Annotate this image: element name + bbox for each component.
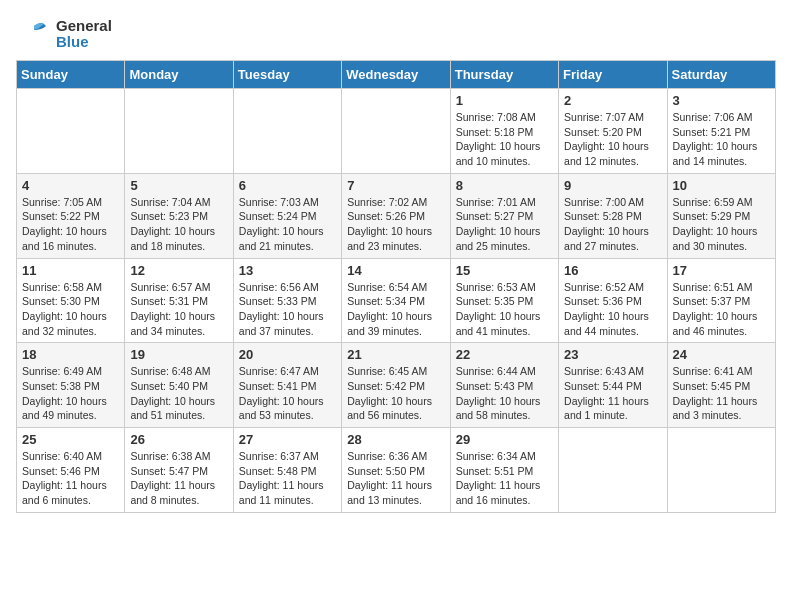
table-row: 14Sunrise: 6:54 AM Sunset: 5:34 PM Dayli… (342, 258, 450, 343)
day-info: Sunrise: 6:54 AM Sunset: 5:34 PM Dayligh… (347, 280, 444, 339)
logo-text: General Blue (56, 18, 112, 51)
table-row: 4Sunrise: 7:05 AM Sunset: 5:22 PM Daylig… (17, 173, 125, 258)
logo-bird-icon (16, 16, 52, 52)
day-number: 8 (456, 178, 553, 193)
day-number: 22 (456, 347, 553, 362)
day-info: Sunrise: 6:44 AM Sunset: 5:43 PM Dayligh… (456, 364, 553, 423)
table-row: 23Sunrise: 6:43 AM Sunset: 5:44 PM Dayli… (559, 343, 667, 428)
day-number: 4 (22, 178, 119, 193)
table-row: 11Sunrise: 6:58 AM Sunset: 5:30 PM Dayli… (17, 258, 125, 343)
table-row: 29Sunrise: 6:34 AM Sunset: 5:51 PM Dayli… (450, 428, 558, 513)
day-info: Sunrise: 6:38 AM Sunset: 5:47 PM Dayligh… (130, 449, 227, 508)
day-info: Sunrise: 6:34 AM Sunset: 5:51 PM Dayligh… (456, 449, 553, 508)
day-number: 11 (22, 263, 119, 278)
table-row: 19Sunrise: 6:48 AM Sunset: 5:40 PM Dayli… (125, 343, 233, 428)
day-of-week-header: Sunday (17, 61, 125, 89)
table-row: 13Sunrise: 6:56 AM Sunset: 5:33 PM Dayli… (233, 258, 341, 343)
day-number: 6 (239, 178, 336, 193)
day-info: Sunrise: 6:45 AM Sunset: 5:42 PM Dayligh… (347, 364, 444, 423)
day-info: Sunrise: 6:51 AM Sunset: 5:37 PM Dayligh… (673, 280, 770, 339)
table-row: 24Sunrise: 6:41 AM Sunset: 5:45 PM Dayli… (667, 343, 775, 428)
day-number: 18 (22, 347, 119, 362)
logo: General Blue (16, 16, 112, 52)
table-row (559, 428, 667, 513)
day-number: 20 (239, 347, 336, 362)
table-row: 5Sunrise: 7:04 AM Sunset: 5:23 PM Daylig… (125, 173, 233, 258)
header: General Blue (16, 16, 776, 52)
table-row: 17Sunrise: 6:51 AM Sunset: 5:37 PM Dayli… (667, 258, 775, 343)
table-row: 1Sunrise: 7:08 AM Sunset: 5:18 PM Daylig… (450, 89, 558, 174)
table-row (17, 89, 125, 174)
day-of-week-header: Saturday (667, 61, 775, 89)
day-info: Sunrise: 6:53 AM Sunset: 5:35 PM Dayligh… (456, 280, 553, 339)
day-number: 12 (130, 263, 227, 278)
day-info: Sunrise: 7:01 AM Sunset: 5:27 PM Dayligh… (456, 195, 553, 254)
table-row (233, 89, 341, 174)
table-row (125, 89, 233, 174)
day-number: 21 (347, 347, 444, 362)
day-of-week-header: Monday (125, 61, 233, 89)
day-info: Sunrise: 7:08 AM Sunset: 5:18 PM Dayligh… (456, 110, 553, 169)
day-info: Sunrise: 6:48 AM Sunset: 5:40 PM Dayligh… (130, 364, 227, 423)
day-info: Sunrise: 7:00 AM Sunset: 5:28 PM Dayligh… (564, 195, 661, 254)
day-number: 29 (456, 432, 553, 447)
day-number: 27 (239, 432, 336, 447)
day-info: Sunrise: 6:47 AM Sunset: 5:41 PM Dayligh… (239, 364, 336, 423)
day-info: Sunrise: 6:59 AM Sunset: 5:29 PM Dayligh… (673, 195, 770, 254)
day-of-week-header: Wednesday (342, 61, 450, 89)
table-row: 2Sunrise: 7:07 AM Sunset: 5:20 PM Daylig… (559, 89, 667, 174)
day-info: Sunrise: 6:49 AM Sunset: 5:38 PM Dayligh… (22, 364, 119, 423)
day-number: 17 (673, 263, 770, 278)
table-row (667, 428, 775, 513)
day-info: Sunrise: 6:37 AM Sunset: 5:48 PM Dayligh… (239, 449, 336, 508)
table-row (342, 89, 450, 174)
table-row: 26Sunrise: 6:38 AM Sunset: 5:47 PM Dayli… (125, 428, 233, 513)
day-info: Sunrise: 7:07 AM Sunset: 5:20 PM Dayligh… (564, 110, 661, 169)
day-of-week-header: Tuesday (233, 61, 341, 89)
table-row: 25Sunrise: 6:40 AM Sunset: 5:46 PM Dayli… (17, 428, 125, 513)
day-number: 24 (673, 347, 770, 362)
day-info: Sunrise: 7:04 AM Sunset: 5:23 PM Dayligh… (130, 195, 227, 254)
day-number: 19 (130, 347, 227, 362)
day-number: 28 (347, 432, 444, 447)
day-number: 5 (130, 178, 227, 193)
day-number: 3 (673, 93, 770, 108)
day-number: 23 (564, 347, 661, 362)
table-row: 6Sunrise: 7:03 AM Sunset: 5:24 PM Daylig… (233, 173, 341, 258)
day-of-week-header: Friday (559, 61, 667, 89)
table-row: 18Sunrise: 6:49 AM Sunset: 5:38 PM Dayli… (17, 343, 125, 428)
table-row: 9Sunrise: 7:00 AM Sunset: 5:28 PM Daylig… (559, 173, 667, 258)
day-info: Sunrise: 6:52 AM Sunset: 5:36 PM Dayligh… (564, 280, 661, 339)
day-number: 2 (564, 93, 661, 108)
calendar: SundayMondayTuesdayWednesdayThursdayFrid… (16, 60, 776, 513)
day-info: Sunrise: 6:57 AM Sunset: 5:31 PM Dayligh… (130, 280, 227, 339)
day-number: 25 (22, 432, 119, 447)
table-row: 22Sunrise: 6:44 AM Sunset: 5:43 PM Dayli… (450, 343, 558, 428)
day-info: Sunrise: 6:41 AM Sunset: 5:45 PM Dayligh… (673, 364, 770, 423)
table-row: 21Sunrise: 6:45 AM Sunset: 5:42 PM Dayli… (342, 343, 450, 428)
day-of-week-header: Thursday (450, 61, 558, 89)
day-info: Sunrise: 7:02 AM Sunset: 5:26 PM Dayligh… (347, 195, 444, 254)
day-info: Sunrise: 6:58 AM Sunset: 5:30 PM Dayligh… (22, 280, 119, 339)
day-number: 14 (347, 263, 444, 278)
table-row: 7Sunrise: 7:02 AM Sunset: 5:26 PM Daylig… (342, 173, 450, 258)
table-row: 15Sunrise: 6:53 AM Sunset: 5:35 PM Dayli… (450, 258, 558, 343)
day-number: 1 (456, 93, 553, 108)
day-number: 26 (130, 432, 227, 447)
day-info: Sunrise: 6:40 AM Sunset: 5:46 PM Dayligh… (22, 449, 119, 508)
day-number: 10 (673, 178, 770, 193)
day-info: Sunrise: 7:06 AM Sunset: 5:21 PM Dayligh… (673, 110, 770, 169)
day-number: 7 (347, 178, 444, 193)
table-row: 10Sunrise: 6:59 AM Sunset: 5:29 PM Dayli… (667, 173, 775, 258)
table-row: 12Sunrise: 6:57 AM Sunset: 5:31 PM Dayli… (125, 258, 233, 343)
day-number: 16 (564, 263, 661, 278)
day-info: Sunrise: 7:03 AM Sunset: 5:24 PM Dayligh… (239, 195, 336, 254)
day-number: 13 (239, 263, 336, 278)
table-row: 8Sunrise: 7:01 AM Sunset: 5:27 PM Daylig… (450, 173, 558, 258)
table-row: 27Sunrise: 6:37 AM Sunset: 5:48 PM Dayli… (233, 428, 341, 513)
day-number: 9 (564, 178, 661, 193)
table-row: 28Sunrise: 6:36 AM Sunset: 5:50 PM Dayli… (342, 428, 450, 513)
day-info: Sunrise: 6:36 AM Sunset: 5:50 PM Dayligh… (347, 449, 444, 508)
day-info: Sunrise: 6:43 AM Sunset: 5:44 PM Dayligh… (564, 364, 661, 423)
day-info: Sunrise: 7:05 AM Sunset: 5:22 PM Dayligh… (22, 195, 119, 254)
